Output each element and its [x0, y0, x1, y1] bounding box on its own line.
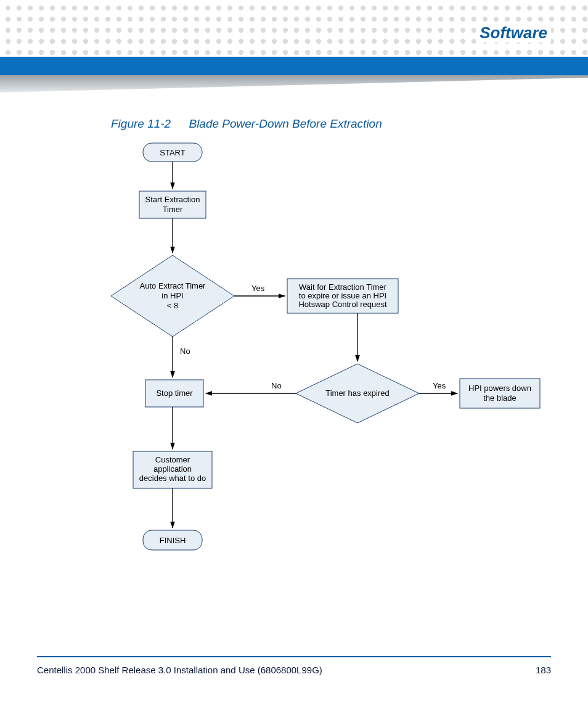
header-gray-wedge — [0, 75, 588, 97]
page-footer: Centellis 2000 Shelf Release 3.0 Install… — [37, 656, 551, 675]
header-blue-bar — [0, 57, 588, 75]
flowchart-diagram: START Start Extraction Timer Start Extra… — [49, 136, 555, 592]
figure-number: Figure 11-2 — [111, 117, 171, 130]
label-d1-no: No — [180, 347, 190, 356]
figure-title: Blade Power-Down Before Extraction — [189, 117, 382, 130]
decision1-l2: in HPI — [161, 291, 183, 300]
node-start-label: START — [160, 148, 185, 157]
step5-l1: Customer — [155, 455, 190, 464]
node-step1-l1: Start Extraction — [145, 195, 200, 204]
footer-doc-title: Centellis 2000 Shelf Release 3.0 Install… — [37, 665, 322, 675]
svg-marker-0 — [0, 75, 588, 92]
decision2-label: Timer has expired — [325, 388, 390, 398]
decision1-l1: Auto Extract Timer — [140, 281, 206, 290]
decision1-l3: < 8 — [167, 301, 178, 310]
label-d1-yes: Yes — [251, 284, 265, 293]
node-step1-l2: Timer — [163, 205, 183, 214]
step2-l1: Wait for Extraction Timer — [299, 282, 386, 292]
footer-page-number: 183 — [536, 665, 551, 675]
label-d2-no: No — [271, 381, 282, 390]
section-title: Software — [476, 23, 551, 43]
step3-label: Stop timer — [156, 388, 193, 398]
step5-l3: decides what to do — [139, 474, 206, 483]
node-finish-label: FINISH — [160, 536, 186, 545]
step2-l3: Hotswap Control request — [298, 300, 386, 309]
figure-caption: Figure 11-2 Blade Power-Down Before Extr… — [111, 117, 382, 131]
label-d2-yes: Yes — [433, 381, 446, 390]
step2-l2: to expire or issue an HPI — [299, 291, 386, 300]
step4-l2: the blade — [483, 393, 517, 403]
step4-l1: HPI powers down — [468, 384, 531, 393]
step5-l2: application — [153, 464, 192, 474]
